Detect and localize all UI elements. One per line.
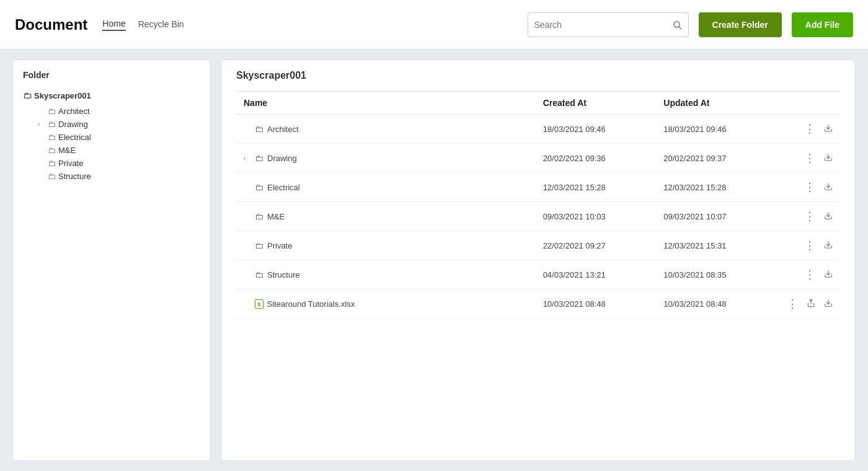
file-table-body: 🗀Architect18/03/2021 09:4618/03/2021 09:… <box>236 115 840 319</box>
download-icon <box>824 153 833 162</box>
item-name[interactable]: Private <box>267 241 292 250</box>
cell-name: ›🗀Drawing <box>236 144 538 173</box>
item-name[interactable]: Drawing <box>267 154 297 163</box>
placeholder-chevron <box>38 147 45 154</box>
download-icon <box>824 182 833 191</box>
item-name[interactable]: Sitearound Tutorials.xlsx <box>267 299 355 309</box>
sidebar-item-mne[interactable]: 🗀 M&E <box>35 144 200 157</box>
download-icon <box>824 211 833 220</box>
placeholder-chevron <box>38 108 45 115</box>
app-title: Document <box>15 16 87 33</box>
download-icon <box>824 270 833 278</box>
sidebar-title: Folder <box>23 70 200 80</box>
cell-name: 🗀M&E <box>236 202 538 231</box>
download-icon <box>824 240 833 249</box>
search-button[interactable] <box>672 20 682 30</box>
folder-icon: 🗀 <box>48 120 56 129</box>
sidebar-item-electrical[interactable]: 🗀 Electrical <box>35 131 200 144</box>
more-options-button[interactable]: ⋮ <box>802 239 818 252</box>
download-button[interactable] <box>822 151 835 165</box>
sidebar-item-label: Electrical <box>58 133 91 142</box>
file-table: Name Created At Updated At 🗀Architect18/… <box>236 91 840 319</box>
item-name[interactable]: M&E <box>267 212 285 221</box>
col-header-created: Created At <box>538 92 659 115</box>
cell-updated-at: 20/02/2021 09:37 <box>658 144 779 173</box>
sidebar-item-label: Private <box>58 159 83 168</box>
nav-recycle-bin[interactable]: Recycle Bin <box>138 19 184 30</box>
cell-actions: ⋮ <box>779 173 840 202</box>
folder-icon: 🗀 <box>48 172 56 181</box>
folder-tree: 🗀 Skyscraper001 🗀 Architect › 🗀 Drawing <box>23 89 200 183</box>
search-icon <box>672 20 682 30</box>
sidebar-item-structure[interactable]: 🗀 Structure <box>35 170 200 183</box>
more-options-button[interactable]: ⋮ <box>802 151 818 165</box>
cell-updated-at: 12/03/2021 15:31 <box>658 231 779 260</box>
share-button[interactable] <box>804 297 818 310</box>
folder-icon: 🗀 <box>48 107 56 116</box>
folder-icon: 🗀 <box>48 159 56 168</box>
cell-created-at: 10/03/2021 08:48 <box>538 289 659 319</box>
table-row: 🗀Architect18/03/2021 09:4618/03/2021 09:… <box>236 115 840 144</box>
folder-icon: 🗀 <box>255 240 264 250</box>
sidebar-item-label: Structure <box>58 172 91 181</box>
panel-heading: Skyscraper001 <box>236 70 840 81</box>
cell-created-at: 04/03/2021 13:21 <box>538 260 659 289</box>
folder-icon: 🗀 <box>48 146 56 155</box>
header-nav: Home Recycle Bin <box>102 19 184 31</box>
placeholder-chevron <box>38 134 45 141</box>
cell-updated-at: 10/03/2021 08:35 <box>658 260 779 289</box>
folder-icon: 🗀 <box>255 153 264 163</box>
folder-icon: 🗀 <box>255 211 264 221</box>
folder-icon: 🗀 <box>48 133 56 142</box>
excel-file-icon: x <box>255 299 264 309</box>
item-name[interactable]: Electrical <box>267 183 300 192</box>
more-options-button[interactable]: ⋮ <box>802 209 818 223</box>
cell-created-at: 12/03/2021 15:28 <box>538 173 659 202</box>
sidebar-item-architect[interactable]: 🗀 Architect <box>35 105 200 118</box>
folder-icon: 🗀 <box>255 124 264 134</box>
folder-icon: 🗀 <box>23 90 32 100</box>
folder-icon: 🗀 <box>255 182 264 192</box>
tree-children: 🗀 Architect › 🗀 Drawing 🗀 Electrical <box>23 105 200 183</box>
main-panel: Skyscraper001 Name Created At Updated At… <box>221 59 856 461</box>
col-header-name: Name <box>236 92 538 115</box>
cell-actions: ⋮ <box>779 202 840 231</box>
cell-name: 🗀Private <box>236 231 538 260</box>
add-file-button[interactable]: Add File <box>792 12 853 37</box>
download-button[interactable] <box>822 180 835 194</box>
more-options-button[interactable]: ⋮ <box>802 180 818 194</box>
col-header-actions <box>779 92 840 115</box>
cell-name: xSitearound Tutorials.xlsx <box>236 289 538 319</box>
more-options-button[interactable]: ⋮ <box>802 122 818 136</box>
placeholder-chevron <box>38 173 45 180</box>
cell-actions: ⋮ <box>779 260 840 289</box>
nav-home[interactable]: Home <box>102 19 125 31</box>
download-button[interactable] <box>822 268 835 281</box>
table-row: 🗀Private22/02/2021 09:2712/03/2021 15:31… <box>236 231 840 260</box>
download-button[interactable] <box>822 239 835 252</box>
sidebar-item-label: Drawing <box>58 120 88 129</box>
main-content: Folder 🗀 Skyscraper001 🗀 Architect › 🗀 <box>0 50 868 471</box>
download-button[interactable] <box>822 297 835 310</box>
tree-root-item[interactable]: 🗀 Skyscraper001 <box>23 89 200 102</box>
download-button[interactable] <box>822 209 835 223</box>
cell-actions: ⋮ <box>779 115 840 144</box>
cell-updated-at: 12/03/2021 15:28 <box>658 173 779 202</box>
download-button[interactable] <box>822 122 835 136</box>
table-header-row: Name Created At Updated At <box>236 92 840 115</box>
folder-icon: 🗀 <box>255 270 264 280</box>
chevron-right-icon: › <box>244 155 251 162</box>
more-options-button[interactable]: ⋮ <box>802 268 818 281</box>
more-options-button[interactable]: ⋮ <box>784 297 800 310</box>
download-icon <box>824 124 833 133</box>
create-folder-button[interactable]: Create Folder <box>699 12 782 37</box>
sidebar-item-drawing[interactable]: › 🗀 Drawing <box>35 118 200 131</box>
sidebar-item-private[interactable]: 🗀 Private <box>35 157 200 170</box>
item-name[interactable]: Architect <box>267 125 299 134</box>
cell-created-at: 09/03/2021 10:03 <box>538 202 659 231</box>
search-input[interactable] <box>534 20 672 30</box>
cell-created-at: 20/02/2021 09:36 <box>538 144 659 173</box>
item-name[interactable]: Structure <box>267 270 300 280</box>
chevron-right-icon: › <box>38 121 45 128</box>
share-icon <box>807 299 815 307</box>
